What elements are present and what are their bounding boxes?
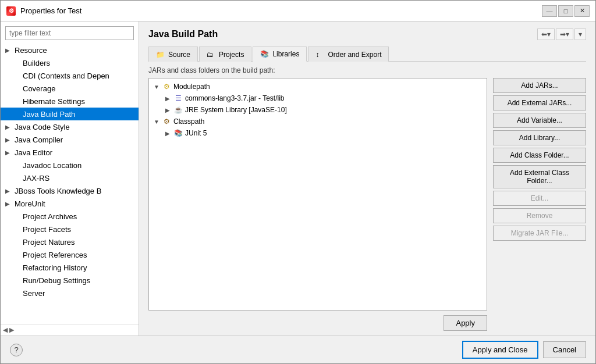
- sidebar-item[interactable]: Project Natures: [1, 235, 139, 248]
- jar-icon: ☰: [173, 94, 183, 103]
- jre-icon: ☕: [173, 105, 183, 115]
- sidebar-item[interactable]: Javadoc Location: [1, 159, 139, 172]
- tab-order-and-export[interactable]: ↕Order and Export: [308, 47, 389, 62]
- sidebar-item-label: Coverage: [23, 84, 55, 93]
- tree-node[interactable]: ▶☕JRE System Library [JavaSE-10]: [149, 104, 487, 116]
- sidebar-item[interactable]: Hibernate Settings: [1, 95, 139, 108]
- left-panel: ▶ResourceBuildersCDI (Contexts and Depen…: [1, 22, 139, 336]
- node-label: JRE System Library [JavaSE-10]: [185, 106, 287, 114]
- tab-bar: 📁Source🗂Projects📚Libraries↕Order and Exp…: [148, 46, 586, 62]
- order-icon: ↕: [315, 51, 325, 59]
- sidebar-item[interactable]: Run/Debug Settings: [1, 274, 139, 287]
- sidebar-item[interactable]: JAX-RS: [1, 172, 139, 184]
- sidebar-item[interactable]: Project Archives: [1, 210, 139, 223]
- sidebar-item-label: Project References: [23, 251, 87, 259]
- sidebar-item-label: Java Compiler: [15, 135, 63, 144]
- projects-icon: 🗂: [207, 51, 216, 59]
- forward-button[interactable]: ➡▾: [556, 28, 573, 40]
- sidebar-item[interactable]: Builders: [1, 56, 139, 69]
- add-class-folder--button[interactable]: Add Class Folder...: [493, 148, 586, 163]
- dialog-title: Properties for Test: [20, 6, 537, 15]
- dropdown-button[interactable]: ▾: [574, 28, 586, 40]
- sidebar-item[interactable]: ▶JBoss Tools Knowledge B: [1, 184, 139, 197]
- sidebar-item[interactable]: ▶Java Editor: [1, 146, 139, 159]
- sidebar-item-label: Run/Debug Settings: [23, 276, 90, 285]
- tab-label: Source: [168, 51, 190, 59]
- sidebar-item[interactable]: Project Facets: [1, 223, 139, 235]
- sidebar-item[interactable]: Server: [1, 287, 139, 299]
- sidebar-item-label: Hibernate Settings: [23, 97, 85, 106]
- tab-libraries[interactable]: 📚Libraries: [253, 47, 307, 62]
- back-button[interactable]: ⬅▾: [537, 28, 555, 40]
- sidebar-item-label: Java Editor: [15, 148, 52, 157]
- action-buttons: Add JARs...Add External JARs...Add Varia…: [493, 78, 586, 331]
- right-panel: Java Build Path ⬅▾ ➡▾ ▾ 📁Source🗂Projects…: [139, 22, 595, 336]
- add-variable--button[interactable]: Add Variable...: [493, 113, 586, 128]
- sidebar-item[interactable]: Java Build Path: [1, 108, 139, 120]
- title-bar: ⚙ Properties for Test — □ ✕: [1, 1, 595, 22]
- tree-node[interactable]: ▶📚JUnit 5: [149, 127, 487, 139]
- sidebar-item[interactable]: ▶Java Compiler: [1, 133, 139, 146]
- tab-projects[interactable]: 🗂Projects: [199, 47, 251, 62]
- maximize-button[interactable]: □: [558, 5, 573, 17]
- close-button[interactable]: ✕: [574, 5, 590, 17]
- add-external-jars--button[interactable]: Add External JARs...: [493, 95, 586, 110]
- sidebar-item[interactable]: Refactoring History: [1, 261, 139, 274]
- sidebar-item-label: Builders: [23, 59, 50, 67]
- libraries-icon: 📚: [260, 50, 269, 58]
- source-icon: 📁: [156, 51, 165, 59]
- sidebar-item[interactable]: ▶Resource: [1, 44, 139, 56]
- tree-node[interactable]: ▼⚙Modulepath: [149, 81, 487, 92]
- left-panel-footer: ◀ ▶: [1, 324, 139, 336]
- right-header: Java Build Path ⬅▾ ➡▾ ▾: [148, 28, 586, 40]
- node-arrow[interactable]: ▼: [154, 119, 162, 125]
- apply-close-button[interactable]: Apply and Close: [462, 341, 538, 359]
- node-label: Modulepath: [173, 83, 210, 91]
- cancel-button[interactable]: Cancel: [543, 341, 586, 358]
- tree-node[interactable]: ▶☰commons-lang3-3.7.jar - Test/lib: [149, 92, 487, 104]
- sidebar-item-label: Server: [23, 289, 45, 298]
- panel-title: Java Build Path: [148, 29, 218, 40]
- sidebar-item-label: Java Code Style: [15, 123, 70, 131]
- junit-icon: 📚: [173, 129, 183, 138]
- migrate-jar-file--button: Migrate JAR File...: [493, 226, 586, 241]
- node-arrow[interactable]: ▶: [165, 107, 173, 113]
- remove-button: Remove: [493, 208, 586, 223]
- nav-arrows: ⬅▾ ➡▾ ▾: [537, 28, 586, 40]
- module-icon: ⚙: [162, 82, 171, 91]
- apply-button[interactable]: Apply: [444, 315, 487, 331]
- tree-node[interactable]: ▼⚙Classpath: [149, 116, 487, 127]
- add-external-class-folder--button[interactable]: Add External Class Folder...: [493, 165, 586, 188]
- sidebar-item-label: MoreUnit: [15, 199, 45, 208]
- node-arrow[interactable]: ▶: [165, 95, 173, 102]
- properties-dialog: ⚙ Properties for Test — □ ✕ ▶ResourceBui…: [0, 0, 596, 364]
- sidebar-item[interactable]: Coverage: [1, 82, 139, 95]
- sidebar-item-label: Project Facets: [23, 225, 71, 234]
- add-library--button[interactable]: Add Library...: [493, 130, 586, 145]
- left-tree-list: ▶ResourceBuildersCDI (Contexts and Depen…: [1, 42, 139, 324]
- class-icon: ⚙: [162, 117, 171, 126]
- tab-source[interactable]: 📁Source: [148, 47, 198, 62]
- node-arrow[interactable]: ▶: [165, 130, 173, 137]
- dialog-icon: ⚙: [6, 6, 16, 16]
- sidebar-item-label: JAX-RS: [23, 174, 49, 183]
- dialog-body: ▶ResourceBuildersCDI (Contexts and Depen…: [1, 22, 595, 336]
- sidebar-item-label: Refactoring History: [23, 263, 87, 272]
- sidebar-item-label: Project Archives: [23, 212, 77, 221]
- sidebar-item-label: Resource: [15, 46, 47, 55]
- build-path-tree[interactable]: ▼⚙Modulepath▶☰commons-lang3-3.7.jar - Te…: [148, 78, 487, 311]
- sidebar-item[interactable]: Project References: [1, 248, 139, 261]
- tab-label: Libraries: [272, 50, 299, 58]
- scroll-indicator: ◀ ▶: [3, 326, 14, 334]
- sidebar-item-label: Project Natures: [23, 238, 75, 247]
- sidebar-item[interactable]: ▶Java Code Style: [1, 120, 139, 133]
- minimize-button[interactable]: —: [542, 5, 557, 17]
- sidebar-item[interactable]: CDI (Contexts and Depen: [1, 69, 139, 82]
- sidebar-item[interactable]: ▶MoreUnit: [1, 197, 139, 210]
- node-arrow[interactable]: ▼: [154, 84, 162, 90]
- build-path-label: JARs and class folders on the build path…: [148, 66, 586, 74]
- sidebar-item-label: Java Build Path: [23, 110, 75, 119]
- help-button[interactable]: ?: [10, 344, 23, 356]
- filter-input[interactable]: [5, 26, 134, 40]
- add-jars--button[interactable]: Add JARs...: [493, 78, 586, 93]
